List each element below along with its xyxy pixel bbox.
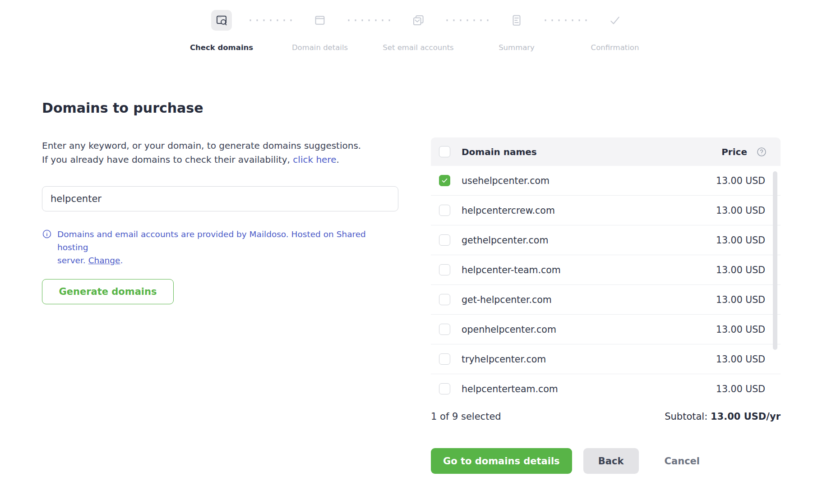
note-period: . bbox=[120, 256, 123, 265]
row-checkbox[interactable] bbox=[439, 205, 450, 216]
domain-price: 13.00 USD bbox=[716, 265, 765, 275]
table-row[interactable]: usehelpcenter.com 13.00 USD bbox=[431, 166, 781, 196]
step-domain-details[interactable]: Domain details bbox=[295, 10, 345, 52]
step-connector bbox=[346, 10, 393, 31]
step-label: Confirmation bbox=[591, 43, 639, 52]
step-summary[interactable]: Summary bbox=[492, 10, 541, 52]
description-line1: Enter any keyword, or your domain, to ge… bbox=[42, 140, 361, 151]
domain-name: tryhelpcenter.com bbox=[462, 354, 546, 365]
page-title: Domains to purchase bbox=[42, 100, 203, 116]
domain-name: helpcentercrew.com bbox=[462, 205, 555, 216]
table-row[interactable]: openhelpcenter.com 13.00 USD bbox=[431, 315, 781, 344]
note-line1: Domains and email accounts are provided … bbox=[57, 229, 366, 252]
click-here-link[interactable]: click here bbox=[293, 154, 336, 165]
step-connector bbox=[247, 10, 294, 31]
confirmation-check-icon bbox=[605, 10, 625, 31]
domain-name: helpcenter-team.com bbox=[462, 265, 561, 275]
step-label: Check domains bbox=[190, 43, 253, 52]
summary-icon bbox=[506, 10, 527, 31]
cancel-button[interactable]: Cancel bbox=[665, 456, 700, 467]
domain-price: 13.00 USD bbox=[716, 324, 765, 335]
domain-price: 13.00 USD bbox=[716, 384, 765, 394]
select-all-checkbox[interactable] bbox=[439, 146, 450, 157]
table-row[interactable]: get-helpcenter.com 13.00 USD bbox=[431, 285, 781, 315]
go-to-domains-details-button[interactable]: Go to domains details bbox=[431, 448, 572, 474]
step-set-email-accounts[interactable]: Set email accounts bbox=[393, 10, 443, 52]
table-row[interactable]: helpcentercrew.com 13.00 USD bbox=[431, 196, 781, 225]
step-connector bbox=[444, 10, 491, 31]
domains-table-panel: Domain names Price usehelpcenter.com 13.… bbox=[431, 137, 781, 474]
domain-price: 13.00 USD bbox=[716, 354, 765, 365]
domain-price: 13.00 USD bbox=[716, 205, 765, 216]
price-header: Price bbox=[721, 147, 747, 157]
note-line2: server. bbox=[57, 256, 88, 265]
domain-price: 13.00 USD bbox=[716, 175, 765, 186]
step-confirmation[interactable]: Confirmation bbox=[590, 10, 640, 52]
table-header: Domain names Price bbox=[431, 137, 781, 166]
wizard-stepper: Check domains Domain details bbox=[197, 10, 640, 52]
row-checkbox[interactable] bbox=[439, 175, 450, 186]
hosting-note: Domains and email accounts are provided … bbox=[42, 228, 394, 267]
subtotal-value: 13.00 USD/yr bbox=[711, 411, 781, 422]
row-checkbox[interactable] bbox=[439, 264, 450, 275]
action-buttons: Go to domains details Back Cancel bbox=[431, 448, 781, 474]
info-icon bbox=[42, 229, 52, 267]
domain-rows: usehelpcenter.com 13.00 USD helpcentercr… bbox=[431, 166, 781, 398]
step-label: Domain details bbox=[292, 43, 348, 52]
price-help-icon[interactable] bbox=[756, 147, 767, 157]
check-domains-icon bbox=[211, 10, 232, 31]
table-row[interactable]: helpcenterteam.com 13.00 USD bbox=[431, 374, 781, 398]
subtotal-label: Subtotal: bbox=[665, 411, 711, 422]
description-period: . bbox=[336, 154, 339, 165]
domain-name: openhelpcenter.com bbox=[462, 324, 556, 335]
row-checkbox[interactable] bbox=[439, 294, 450, 305]
row-checkbox[interactable] bbox=[439, 353, 450, 365]
row-checkbox[interactable] bbox=[439, 234, 450, 246]
row-checkbox[interactable] bbox=[439, 324, 450, 335]
step-label: Set email accounts bbox=[383, 43, 453, 52]
domain-price: 13.00 USD bbox=[716, 235, 765, 246]
domain-name: gethelpcenter.com bbox=[462, 235, 548, 246]
back-button[interactable]: Back bbox=[583, 448, 639, 474]
domain-purchase-wizard: Check domains Domain details bbox=[0, 0, 813, 504]
email-accounts-icon bbox=[408, 10, 429, 31]
table-row[interactable]: helpcenter-team.com 13.00 USD bbox=[431, 255, 781, 285]
table-footer: 1 of 9 selected Subtotal: 13.00 USD/yr bbox=[431, 411, 781, 422]
subtotal: Subtotal: 13.00 USD/yr bbox=[665, 411, 781, 422]
table-scrollbar[interactable] bbox=[773, 171, 777, 350]
hosting-note-text: Domains and email accounts are provided … bbox=[57, 228, 394, 267]
row-checkbox[interactable] bbox=[439, 383, 450, 394]
domain-name: helpcenterteam.com bbox=[462, 384, 558, 394]
change-link[interactable]: Change bbox=[88, 256, 120, 265]
domain-details-icon bbox=[309, 10, 330, 31]
step-check-domains[interactable]: Check domains bbox=[197, 10, 246, 52]
table-row[interactable]: gethelpcenter.com 13.00 USD bbox=[431, 225, 781, 255]
domain-price: 13.00 USD bbox=[716, 294, 765, 305]
domain-name: usehelpcenter.com bbox=[462, 175, 550, 186]
description-text: Enter any keyword, or your domain, to ge… bbox=[42, 139, 400, 167]
table-row[interactable]: tryhelpcenter.com 13.00 USD bbox=[431, 344, 781, 374]
description-line2: If you already have domains to check the… bbox=[42, 154, 293, 165]
keyword-input[interactable] bbox=[42, 186, 398, 211]
step-connector bbox=[542, 10, 589, 31]
selected-count: 1 of 9 selected bbox=[431, 411, 501, 422]
domain-names-header: Domain names bbox=[462, 147, 537, 157]
domain-name: get-helpcenter.com bbox=[462, 294, 552, 305]
step-label: Summary bbox=[499, 43, 535, 52]
generate-domains-button[interactable]: Generate domains bbox=[42, 279, 174, 304]
